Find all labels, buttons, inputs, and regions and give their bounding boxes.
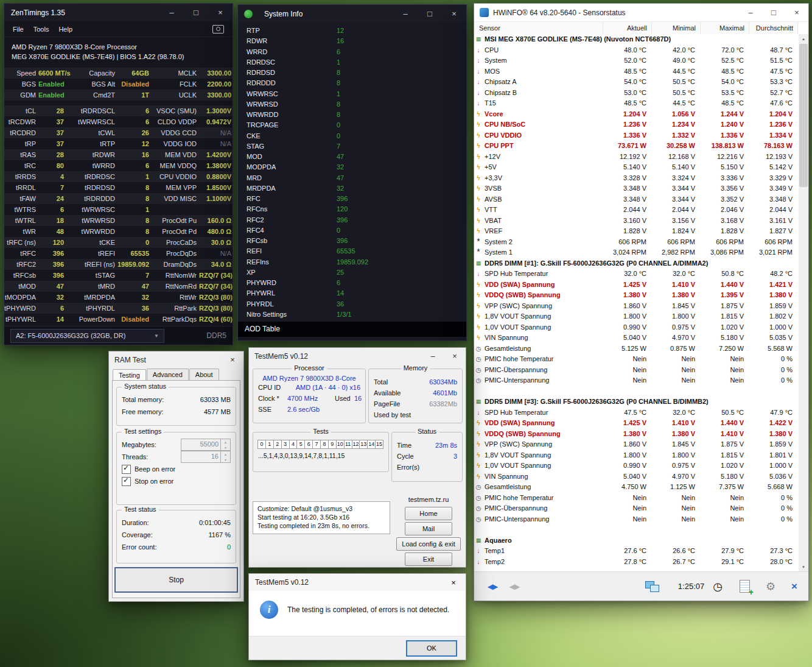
column-sensor[interactable]: Sensor (474, 22, 603, 34)
sensor-row[interactable]: ϟVDDQ (SWB) Spannung1.380 V1.380 V1.395 … (474, 290, 799, 301)
sensor-row[interactable]: ◷PMIC hohe TemperaturNeinNeinNein0 % (474, 493, 799, 504)
close-icon[interactable]: × (785, 4, 808, 21)
sensor-row[interactable]: ↓System52.0 °C49.0 °C52.5 °C51.5 °C (474, 55, 799, 66)
stop-button[interactable]: Stop (114, 567, 238, 593)
column-current[interactable]: Aktuell (603, 22, 652, 34)
sensor-row[interactable]: ϟVDD (SWA) Spannung1.425 V1.410 V1.440 V… (474, 418, 799, 429)
sensor-row[interactable]: ϟAVSB3.348 V3.344 V3.352 V3.348 V (474, 194, 799, 205)
sensor-row[interactable]: ↓Chipsatz B53.0 °C50.5 °C53.5 °C52.7 °C (474, 88, 799, 99)
settings-gear-icon[interactable]: ⚙ (766, 580, 775, 593)
remote-monitoring-icon[interactable] (645, 581, 661, 592)
sensor-row[interactable]: ↓T1548.5 °C44.5 °C48.5 °C47.6 °C (474, 98, 799, 109)
close-icon[interactable]: × (444, 348, 466, 364)
checkbox-row[interactable]: Beep on error (117, 463, 236, 475)
sensor-row[interactable]: ϟ+3,3V3.328 V3.324 V3.336 V3.329 V (474, 173, 799, 184)
home-button[interactable]: Home (405, 507, 452, 520)
systeminfo-titlebar[interactable]: System Info – □ × (238, 5, 466, 23)
minimize-icon[interactable]: – (422, 348, 444, 364)
sensor-row[interactable]: ϟVDDQ (SWB) Spannung1.380 V1.380 V1.410 … (474, 429, 799, 440)
close-icon[interactable]: × (208, 4, 233, 21)
close-icon[interactable]: × (441, 574, 466, 591)
clock-icon[interactable]: ◷ (713, 581, 723, 592)
sensor-row[interactable]: ◷PMIC-UnterspannungNeinNeinNein0 % (474, 375, 799, 386)
hwinfo-titlebar[interactable]: HWiNFO® 64 v8.20-5640 - Sensorstatus – □… (474, 4, 808, 22)
sensor-row[interactable]: ↓MOS48.5 °C44.5 °C48.5 °C47.5 °C (474, 66, 799, 77)
minimize-icon[interactable]: – (739, 4, 762, 21)
report-add-icon[interactable] (740, 580, 750, 593)
sensor-row[interactable]: ϟ1,8V VOUT Spannung1.800 V1.800 V1.815 V… (474, 311, 799, 322)
sensor-row[interactable]: ↓SPD Hub Temperatur32.0 °C32.0 °C50.8 °C… (474, 269, 799, 280)
number-stepper[interactable]: 16▲▼ (181, 451, 231, 463)
minimize-icon[interactable]: – (393, 5, 418, 23)
close-sensors-icon[interactable]: × (791, 581, 797, 593)
menu-file[interactable]: File (8, 24, 29, 35)
sensor-row[interactable]: *System 2606 RPM606 RPM606 RPM606 RPM (474, 237, 799, 248)
menu-tools[interactable]: Tools (29, 24, 54, 35)
sensor-row[interactable]: ϟ1,8V VOUT Spannung1.800 V1.800 V1.815 V… (474, 450, 799, 461)
minimize-icon[interactable]: – (159, 4, 184, 21)
sensor-group-header[interactable]: ▦DDR5 DIMM [#1]: G.Skill F5-6000J2636G32… (474, 258, 799, 269)
sensor-row[interactable]: ◷PMIC hohe TemperaturNeinNeinNein0 % (474, 354, 799, 365)
checkbox-checked-icon[interactable] (122, 477, 131, 486)
screenshot-camera-icon[interactable] (212, 25, 224, 34)
close-icon[interactable]: × (442, 5, 466, 23)
sensor-row[interactable]: ϟVPP (SWC) Spannung1.860 V1.845 V1.875 V… (474, 439, 799, 450)
sensor-row[interactable]: ◷PMIC-UnterspannungNeinNeinNein0 % (474, 514, 799, 525)
column-minimum[interactable]: Minimal (652, 22, 701, 34)
scrollbar-thumb[interactable] (799, 44, 808, 187)
checkbox-row[interactable]: Stop on error (117, 475, 236, 487)
scroll-down-icon[interactable]: ▼ (799, 562, 808, 571)
sensor-row[interactable]: ϟCPU PPT73.671 W30.258 W138.813 W78.163 … (474, 141, 799, 152)
sensor-row[interactable]: ϟCPU VDDIO1.336 V1.332 V1.336 V1.334 V (474, 130, 799, 141)
module-select[interactable]: A2: F5-6000J2636G32G (32GB, DR) ▼ (10, 329, 164, 343)
sensor-group-header[interactable]: ▦MSI MEG X870E GODLIKE (MS-7E48) (Nuvoto… (474, 34, 799, 45)
sensor-row[interactable]: ϟ+12V12.192 V12.168 V12.216 V12.193 V (474, 152, 799, 163)
sensor-row[interactable]: ◷PMIC-ÜberspannungNeinNeinNein0 % (474, 365, 799, 376)
sensor-row[interactable]: ϟVIN Spannung5.040 V4.970 V5.180 V5.035 … (474, 333, 799, 344)
maximize-icon[interactable]: □ (418, 5, 442, 23)
sensor-row[interactable]: ϟCPU NB/SoC1.236 V1.234 V1.240 V1.236 V (474, 119, 799, 130)
zentimings-titlebar[interactable]: ZenTimings 1.35 – □ × (4, 4, 233, 21)
sensor-row[interactable]: ϟ3VSB3.348 V3.344 V3.356 V3.349 V (474, 183, 799, 194)
sensor-row[interactable]: ϟ1,0V VOUT Spannung0.990 V0.975 V1.020 V… (474, 461, 799, 471)
testmem5-titlebar[interactable]: TestMem5 v0.12 – × (249, 348, 466, 364)
stepper-up-icon[interactable]: ▲ (221, 451, 230, 457)
sensor-row[interactable]: *System 13,024 RPM2,982 RPM3,086 RPM3,02… (474, 247, 799, 258)
stepper-down-icon[interactable]: ▼ (221, 457, 230, 462)
checkbox-checked-icon[interactable] (122, 465, 131, 474)
sensor-row[interactable]: ↓SPD Hub Temperatur47.5 °C32.0 °C50.5 °C… (474, 408, 799, 418)
sensor-row[interactable]: ϟ+5V5.140 V5.140 V5.150 V5.142 V (474, 162, 799, 173)
vertical-scrollbar[interactable]: ▲ ▼ (799, 34, 808, 571)
dialog-titlebar[interactable]: TestMem5 v0.12 × (249, 574, 466, 591)
ok-button[interactable]: OK (406, 640, 457, 657)
scroll-up-icon[interactable]: ▲ (799, 34, 808, 43)
sensor-page-back-icon[interactable]: ◀▶ (481, 577, 503, 596)
sensor-row[interactable]: ϟVDD (SWA) Spannung1.425 V1.410 V1.440 V… (474, 280, 799, 291)
stepper-down-icon[interactable]: ▼ (221, 445, 230, 450)
exit-button[interactable]: Exit (405, 552, 452, 566)
sensor-row[interactable]: ◷Gesamtleistung5.125 W0.875 W7.250 W5.56… (474, 344, 799, 355)
tab-testing[interactable]: Testing (113, 369, 146, 381)
sensor-page-forward-icon[interactable]: ◀▶ (503, 577, 525, 596)
sensor-row[interactable]: ϟVTT2.044 V2.044 V2.046 V2.044 V (474, 205, 799, 216)
sensor-group-header[interactable]: ▦DDR5 DIMM [#3]: G.Skill F5-6000J2636G32… (474, 397, 799, 408)
sensor-row[interactable]: ↓Temp227.8 °C26.7 °C29.1 °C28.0 °C (474, 557, 799, 568)
sensor-row[interactable]: ϟVcore1.204 V1.056 V1.244 V1.204 V (474, 109, 799, 120)
stepper-up-icon[interactable]: ▲ (221, 439, 230, 445)
sensor-row[interactable]: ↓CPU48.0 °C42.0 °C72.0 °C48.7 °C (474, 45, 799, 56)
number-stepper[interactable]: 55000▲▼ (181, 439, 231, 451)
sensor-row[interactable]: ↓Chipsatz A54.0 °C50.5 °C54.0 °C53.3 °C (474, 77, 799, 88)
sensor-row[interactable]: ◷Gesamtleistung4.750 W1.125 W7.375 W5.66… (474, 482, 799, 493)
sensor-row[interactable]: ϟVBAT3.160 V3.156 V3.168 V3.161 V (474, 216, 799, 227)
sensor-group-header[interactable]: ▦Aquaero (474, 535, 799, 546)
column-average[interactable]: Durchschnitt (749, 22, 798, 34)
sensor-row[interactable]: ϟVPP (SWC) Spannung1.860 V1.845 V1.875 V… (474, 301, 799, 312)
mail-button[interactable]: Mail (405, 522, 452, 535)
tab-advanced[interactable]: Advanced (147, 369, 189, 381)
sensor-row[interactable]: ϟVREF1.828 V1.824 V1.828 V1.827 V (474, 226, 799, 237)
maximize-icon[interactable]: □ (762, 4, 785, 21)
sensor-row[interactable]: ↓Temp127.6 °C26.6 °C27.9 °C27.3 °C (474, 546, 799, 557)
column-maximum[interactable]: Maximal (701, 22, 749, 34)
ramtest-titlebar[interactable]: RAM Test × (109, 351, 243, 368)
close-icon[interactable]: × (222, 351, 243, 368)
